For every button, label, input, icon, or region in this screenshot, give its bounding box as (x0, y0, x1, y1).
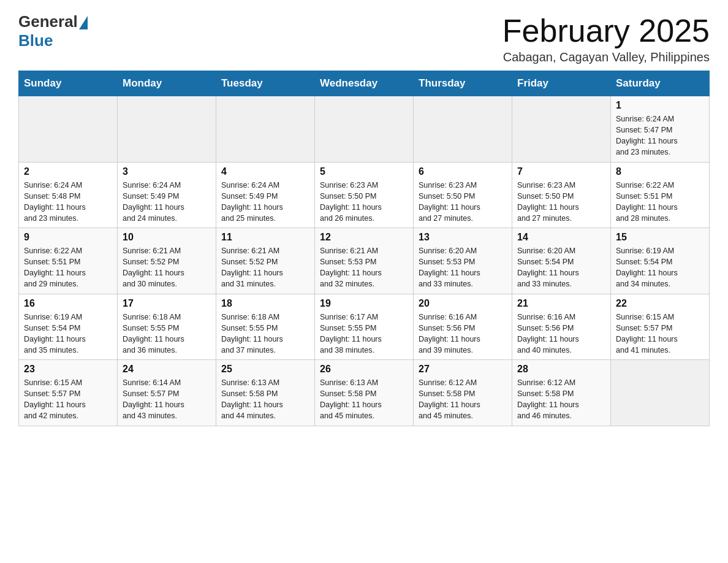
day-info: Sunrise: 6:16 AM Sunset: 5:56 PM Dayligh… (419, 312, 507, 356)
calendar-cell: 18Sunrise: 6:18 AM Sunset: 5:55 PM Dayli… (216, 294, 315, 360)
day-number: 13 (419, 232, 507, 243)
day-number: 7 (517, 166, 605, 177)
calendar-cell: 11Sunrise: 6:21 AM Sunset: 5:52 PM Dayli… (216, 228, 315, 294)
day-info: Sunrise: 6:19 AM Sunset: 5:54 PM Dayligh… (24, 312, 112, 356)
calendar-cell: 25Sunrise: 6:13 AM Sunset: 5:58 PM Dayli… (216, 360, 315, 426)
calendar-cell: 5Sunrise: 6:23 AM Sunset: 5:50 PM Daylig… (315, 162, 414, 228)
day-info: Sunrise: 6:13 AM Sunset: 5:58 PM Dayligh… (320, 377, 408, 422)
day-number: 21 (517, 298, 605, 309)
day-info: Sunrise: 6:18 AM Sunset: 5:55 PM Dayligh… (123, 312, 211, 356)
calendar-cell: 27Sunrise: 6:12 AM Sunset: 5:58 PM Dayli… (414, 360, 512, 426)
calendar-cell (118, 96, 216, 163)
weekday-header-thursday: Thursday (414, 71, 512, 96)
calendar-cell: 6Sunrise: 6:23 AM Sunset: 5:50 PM Daylig… (414, 162, 512, 228)
day-info: Sunrise: 6:21 AM Sunset: 5:52 PM Dayligh… (123, 245, 211, 290)
logo-triangle-icon (79, 16, 88, 29)
month-title: February 2025 (502, 12, 710, 49)
calendar-cell: 21Sunrise: 6:16 AM Sunset: 5:56 PM Dayli… (512, 294, 611, 360)
calendar-cell: 1Sunrise: 6:24 AM Sunset: 5:47 PM Daylig… (611, 96, 710, 163)
day-number: 1 (616, 100, 704, 111)
day-info: Sunrise: 6:19 AM Sunset: 5:54 PM Dayligh… (616, 245, 704, 290)
calendar-cell (611, 360, 710, 426)
day-info: Sunrise: 6:15 AM Sunset: 5:57 PM Dayligh… (24, 377, 112, 422)
day-info: Sunrise: 6:20 AM Sunset: 5:54 PM Dayligh… (517, 245, 605, 290)
day-number: 24 (123, 364, 211, 375)
day-info: Sunrise: 6:12 AM Sunset: 5:58 PM Dayligh… (517, 377, 605, 422)
calendar-week-row: 16Sunrise: 6:19 AM Sunset: 5:54 PM Dayli… (19, 294, 710, 360)
calendar-week-row: 23Sunrise: 6:15 AM Sunset: 5:57 PM Dayli… (19, 360, 710, 426)
day-info: Sunrise: 6:23 AM Sunset: 5:50 PM Dayligh… (320, 180, 408, 224)
day-info: Sunrise: 6:17 AM Sunset: 5:55 PM Dayligh… (320, 312, 408, 356)
calendar-cell: 23Sunrise: 6:15 AM Sunset: 5:57 PM Dayli… (19, 360, 118, 426)
calendar-week-row: 1Sunrise: 6:24 AM Sunset: 5:47 PM Daylig… (19, 96, 710, 163)
calendar-cell: 28Sunrise: 6:12 AM Sunset: 5:58 PM Dayli… (512, 360, 611, 426)
calendar-cell: 20Sunrise: 6:16 AM Sunset: 5:56 PM Dayli… (414, 294, 512, 360)
weekday-header-friday: Friday (512, 71, 611, 96)
day-number: 6 (419, 166, 507, 177)
calendar-cell: 8Sunrise: 6:22 AM Sunset: 5:51 PM Daylig… (611, 162, 710, 228)
calendar-cell (315, 96, 414, 163)
day-number: 15 (616, 232, 704, 243)
weekday-header-saturday: Saturday (611, 71, 710, 96)
calendar-cell (216, 96, 315, 163)
day-info: Sunrise: 6:21 AM Sunset: 5:53 PM Dayligh… (320, 245, 408, 290)
day-info: Sunrise: 6:16 AM Sunset: 5:56 PM Dayligh… (517, 312, 605, 356)
weekday-header-tuesday: Tuesday (216, 71, 315, 96)
day-info: Sunrise: 6:24 AM Sunset: 5:47 PM Dayligh… (616, 113, 704, 158)
calendar-cell: 4Sunrise: 6:24 AM Sunset: 5:49 PM Daylig… (216, 162, 315, 228)
day-number: 16 (24, 298, 112, 309)
day-number: 14 (517, 232, 605, 243)
day-number: 5 (320, 166, 408, 177)
calendar-cell: 2Sunrise: 6:24 AM Sunset: 5:48 PM Daylig… (19, 162, 118, 228)
calendar-week-row: 2Sunrise: 6:24 AM Sunset: 5:48 PM Daylig… (19, 162, 710, 228)
location-subtitle: Cabagan, Cagayan Valley, Philippines (502, 50, 710, 64)
day-number: 22 (616, 298, 704, 309)
calendar-week-row: 9Sunrise: 6:22 AM Sunset: 5:51 PM Daylig… (19, 228, 710, 294)
calendar-cell (512, 96, 611, 163)
day-number: 27 (419, 364, 507, 375)
day-info: Sunrise: 6:24 AM Sunset: 5:49 PM Dayligh… (123, 180, 211, 224)
calendar-cell: 22Sunrise: 6:15 AM Sunset: 5:57 PM Dayli… (611, 294, 710, 360)
day-number: 12 (320, 232, 408, 243)
logo-blue-text: Blue (18, 31, 53, 50)
day-info: Sunrise: 6:23 AM Sunset: 5:50 PM Dayligh… (517, 180, 605, 224)
weekday-header-monday: Monday (118, 71, 216, 96)
calendar-table: SundayMondayTuesdayWednesdayThursdayFrid… (18, 71, 710, 426)
calendar-cell: 16Sunrise: 6:19 AM Sunset: 5:54 PM Dayli… (19, 294, 118, 360)
day-info: Sunrise: 6:22 AM Sunset: 5:51 PM Dayligh… (616, 180, 704, 224)
day-number: 17 (123, 298, 211, 309)
calendar-cell: 15Sunrise: 6:19 AM Sunset: 5:54 PM Dayli… (611, 228, 710, 294)
day-info: Sunrise: 6:24 AM Sunset: 5:49 PM Dayligh… (221, 180, 309, 224)
day-info: Sunrise: 6:22 AM Sunset: 5:51 PM Dayligh… (24, 245, 112, 290)
day-number: 28 (517, 364, 605, 375)
title-area: February 2025 Cabagan, Cagayan Valley, P… (502, 12, 710, 64)
calendar-cell: 24Sunrise: 6:14 AM Sunset: 5:57 PM Dayli… (118, 360, 216, 426)
day-number: 20 (419, 298, 507, 309)
day-info: Sunrise: 6:20 AM Sunset: 5:53 PM Dayligh… (419, 245, 507, 290)
calendar-cell: 19Sunrise: 6:17 AM Sunset: 5:55 PM Dayli… (315, 294, 414, 360)
calendar-cell: 17Sunrise: 6:18 AM Sunset: 5:55 PM Dayli… (118, 294, 216, 360)
calendar-cell: 7Sunrise: 6:23 AM Sunset: 5:50 PM Daylig… (512, 162, 611, 228)
day-number: 18 (221, 298, 309, 309)
day-number: 26 (320, 364, 408, 375)
day-info: Sunrise: 6:21 AM Sunset: 5:52 PM Dayligh… (221, 245, 309, 290)
day-number: 23 (24, 364, 112, 375)
page-header: General Blue February 2025 Cabagan, Caga… (18, 12, 710, 64)
day-number: 11 (221, 232, 309, 243)
day-info: Sunrise: 6:23 AM Sunset: 5:50 PM Dayligh… (419, 180, 507, 224)
calendar-cell (414, 96, 512, 163)
logo-general-text: General (18, 12, 78, 31)
calendar-cell: 12Sunrise: 6:21 AM Sunset: 5:53 PM Dayli… (315, 228, 414, 294)
day-info: Sunrise: 6:13 AM Sunset: 5:58 PM Dayligh… (221, 377, 309, 422)
calendar-cell: 13Sunrise: 6:20 AM Sunset: 5:53 PM Dayli… (414, 228, 512, 294)
day-number: 3 (123, 166, 211, 177)
day-number: 19 (320, 298, 408, 309)
calendar-cell: 10Sunrise: 6:21 AM Sunset: 5:52 PM Dayli… (118, 228, 216, 294)
calendar-cell (19, 96, 118, 163)
calendar-cell: 26Sunrise: 6:13 AM Sunset: 5:58 PM Dayli… (315, 360, 414, 426)
day-number: 9 (24, 232, 112, 243)
day-info: Sunrise: 6:15 AM Sunset: 5:57 PM Dayligh… (616, 312, 704, 356)
weekday-header-row: SundayMondayTuesdayWednesdayThursdayFrid… (19, 71, 710, 96)
day-info: Sunrise: 6:14 AM Sunset: 5:57 PM Dayligh… (123, 377, 211, 422)
weekday-header-sunday: Sunday (19, 71, 118, 96)
